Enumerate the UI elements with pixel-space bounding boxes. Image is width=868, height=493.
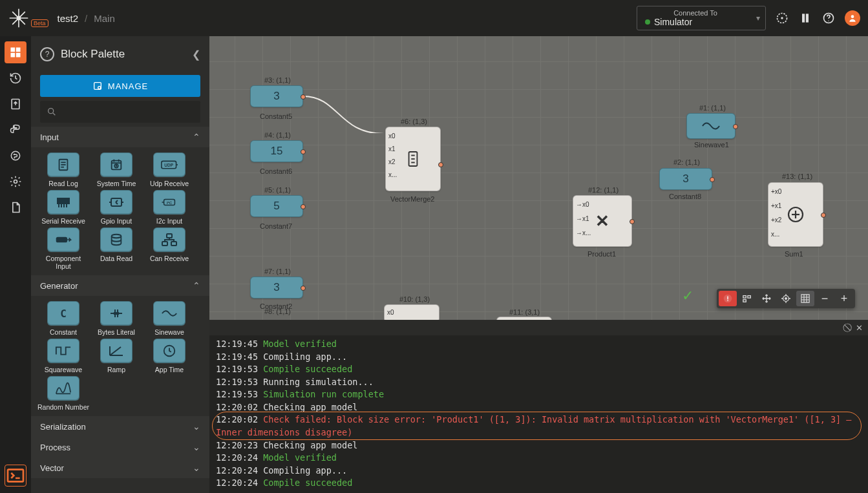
collapse-panel-icon[interactable]: ❮ [192, 48, 200, 61]
svg-point-40 [112, 235, 122, 238]
i2c-input-icon: I²C [153, 190, 185, 215]
node-tag: #3: (1,1) [264, 76, 291, 84]
palette-item-label: Ramp [107, 366, 125, 373]
svg-rect-35 [66, 204, 67, 207]
node-constant2[interactable]: 3 [250, 277, 303, 299]
search-icon [47, 107, 57, 117]
beta-badge: Beta [31, 19, 48, 27]
palette-item-can-receive[interactable]: Can Receive [143, 227, 195, 270]
node-label: Constant5 [260, 112, 292, 120]
rail-console-toggle-icon[interactable] [5, 465, 26, 487]
node-constant8[interactable]: 3 [659, 168, 712, 190]
port-out[interactable] [821, 213, 826, 218]
palette-item-ramp[interactable]: Ramp [90, 339, 142, 373]
search-input[interactable] [40, 101, 200, 123]
palette-item-data-read[interactable]: Data Read [90, 227, 142, 270]
svg-rect-11 [16, 53, 21, 58]
rail-python-icon[interactable] [5, 119, 26, 141]
move-icon[interactable] [757, 291, 776, 306]
node-label: Sinewave1 [694, 141, 729, 149]
svg-rect-3 [803, 14, 805, 22]
port-out[interactable] [301, 94, 306, 100]
palette-item-app-time[interactable]: App Time [143, 339, 195, 373]
palette-item-sinewave[interactable]: Sinewave [143, 301, 195, 336]
node-constant7[interactable]: 5 [250, 195, 303, 217]
node-transpose-partial[interactable] [496, 317, 552, 320]
canvas[interactable]: #3: (1,1) 3 Constant5 #4: (1,1) 15 Const… [209, 36, 868, 320]
target-icon[interactable] [775, 11, 789, 25]
rail-settings-icon[interactable] [5, 171, 26, 193]
palette-item-i2c-input[interactable]: I²CI2c Input [143, 190, 195, 225]
console-output[interactable]: 12:19:45 Model verified12:19:45 Compilin… [209, 335, 868, 493]
rail-rust-icon[interactable] [5, 145, 26, 167]
palette-item-serial-receive[interactable]: Serial Receive [37, 190, 89, 225]
chevron-down-icon: ⌄ [193, 463, 200, 473]
close-console-icon[interactable]: ✕ [856, 323, 863, 333]
data-read-icon [100, 227, 132, 252]
manage-button-label: MANAGE [108, 81, 148, 91]
node-product1[interactable]: ✕ →x0 →x1 →x... [573, 195, 632, 247]
svg-point-15 [14, 180, 17, 184]
palette-item-gpio-input[interactable]: Gpio Input [90, 190, 142, 225]
palette-item-read-log[interactable]: Read Log [37, 152, 89, 187]
breadcrumb-page[interactable]: Main [94, 13, 115, 24]
console-line: 12:19:53 Running simulation... [216, 376, 862, 389]
grid-toggle-icon[interactable] [796, 291, 814, 306]
zoom-in-icon[interactable]: + [835, 291, 853, 306]
port-out[interactable] [710, 177, 715, 182]
palette-item-component-input[interactable]: Component Input [37, 227, 89, 270]
sidebar-rail [0, 36, 31, 493]
layout-icon[interactable] [738, 291, 756, 306]
palette-scroll[interactable]: Input⌃Read LogSystem TimeUDPUdp ReceiveS… [31, 127, 209, 493]
node-tag: #7: (1,1) [264, 267, 291, 275]
help-icon[interactable] [821, 11, 836, 25]
zoom-out-icon[interactable]: − [816, 291, 834, 306]
node-constant5[interactable]: 3 [250, 85, 303, 107]
category-header[interactable]: Serialization⌄ [31, 416, 209, 437]
rail-history-icon[interactable] [5, 67, 26, 89]
port-out[interactable] [301, 149, 306, 154]
rail-export-icon[interactable] [5, 93, 26, 115]
palette-item-label: Can Receive [150, 255, 189, 262]
category-header[interactable]: Vector⌄ [31, 457, 209, 478]
node-constant6[interactable]: 15 [250, 140, 303, 162]
palette-item-constant[interactable]: CConstant [37, 301, 89, 336]
port-out[interactable] [301, 286, 306, 291]
node-vectormerge2[interactable]: x0 x1 x2 x... [385, 127, 441, 191]
category-label: Vector [40, 463, 64, 473]
squarewave-icon [47, 339, 79, 363]
manage-button[interactable]: MANAGE [40, 75, 200, 97]
palette-item-random-number[interactable]: Random Number [37, 376, 89, 411]
palette-item-squarewave[interactable]: Squarewave [37, 339, 89, 373]
console-line: 12:19:53 Simulation run complete [216, 388, 862, 401]
svg-rect-43 [171, 242, 176, 246]
category-header[interactable]: Generator⌃ [31, 275, 209, 296]
palette-item-system-time[interactable]: System Time [90, 152, 142, 187]
svg-rect-9 [16, 48, 21, 52]
port-out[interactable] [630, 219, 635, 224]
pause-icon[interactable] [798, 11, 812, 25]
palette-item-udp-receive[interactable]: UDPUdp Receive [143, 152, 195, 187]
connection-selector[interactable]: Connected To Simulator ▾ [637, 6, 766, 30]
svg-point-62 [785, 298, 787, 300]
node-sinewave1[interactable] [686, 113, 736, 139]
rail-canvas-icon[interactable] [5, 41, 26, 63]
avatar[interactable] [845, 10, 860, 26]
info-icon[interactable]: ? [40, 47, 54, 61]
node-label: Constant8 [669, 193, 701, 200]
svg-point-13 [14, 126, 14, 127]
breadcrumb-project[interactable]: test2 [58, 13, 79, 24]
node-sum1[interactable]: +x0 +x1 +x2 x... [768, 182, 823, 247]
node-vectormerge-partial[interactable]: x0 [384, 304, 439, 320]
category-header[interactable]: Input⌃ [31, 127, 209, 147]
category-header[interactable]: Process⌄ [31, 437, 209, 457]
error-indicator-icon[interactable] [719, 291, 737, 306]
svg-rect-56 [727, 297, 728, 300]
port-out[interactable] [301, 204, 306, 209]
palette-item-bytes-literal[interactable]: Bytes Literal [90, 301, 142, 336]
rail-file-icon[interactable] [5, 196, 26, 218]
locate-icon[interactable] [777, 291, 795, 306]
port-out[interactable] [438, 162, 443, 167]
category-body: CConstantBytes LiteralSinewaveSquarewave… [31, 296, 209, 416]
port-out[interactable] [733, 124, 738, 129]
